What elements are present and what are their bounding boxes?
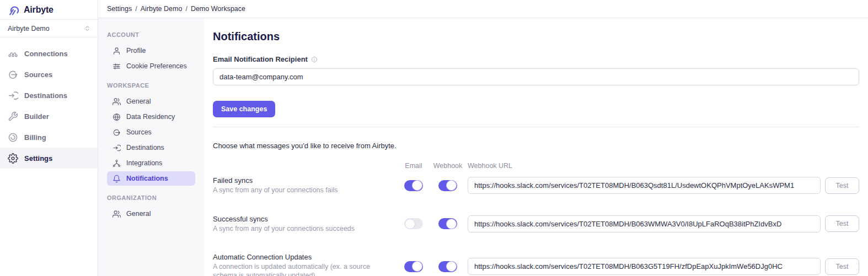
section-divider — [213, 127, 859, 127]
notification-name: Failed syncs — [213, 176, 395, 185]
toggle-knob — [405, 219, 415, 229]
settings-nav-item-profile[interactable]: Profile — [107, 44, 195, 58]
test-webhook-button[interactable]: Test — [825, 215, 859, 232]
settings-nav-item-general[interactable]: General — [107, 94, 195, 109]
webhook-toggle[interactable] — [438, 261, 457, 272]
main-sidebar: Airbyte Airbyte Demo Connections Sources… — [0, 0, 98, 276]
workspace-selector[interactable]: Airbyte Demo — [0, 20, 98, 37]
notifications-description: Choose what messages you'd like to recei… — [213, 142, 859, 150]
settings-nav-label: General — [126, 210, 151, 218]
email-toggle[interactable] — [404, 218, 423, 229]
sources-icon — [112, 128, 121, 137]
test-webhook-button[interactable]: Test — [825, 177, 859, 194]
settings-nav-label: Sources — [126, 128, 152, 136]
gear-icon — [8, 153, 18, 164]
settings-nav-label: Destinations — [126, 144, 164, 151]
settings-nav-label: General — [126, 98, 151, 105]
toggle-knob — [446, 219, 457, 229]
users-icon — [112, 98, 121, 106]
notification-name: Successful syncs — [213, 215, 395, 223]
webhook-column-header: Webhook — [432, 162, 463, 170]
bell-icon — [112, 175, 121, 183]
breadcrumb-current[interactable]: Demo Workspace — [191, 5, 245, 13]
notification-row-successful-syncs: Successful syncs A sync from any of your… — [213, 215, 859, 234]
notifications-table-header: Email Webhook Webhook URL — [213, 162, 859, 170]
main-content: Notifications Email Notification Recipie… — [204, 18, 868, 276]
breadcrumb: Settings / Airbyte Demo / Demo Workspace — [107, 5, 245, 13]
connections-icon — [8, 48, 18, 59]
workspace-name: Airbyte Demo — [8, 25, 50, 33]
chevron-updown-icon — [84, 25, 91, 32]
webhook-url-input[interactable] — [468, 258, 821, 275]
settings-nav-section-organization: ORGANIZATION General — [107, 194, 195, 221]
builder-icon — [8, 111, 18, 122]
settings-nav-item-cookie-preferences[interactable]: Cookie Preferences — [107, 59, 195, 73]
billing-icon — [8, 132, 18, 143]
test-webhook-button[interactable]: Test — [825, 258, 859, 275]
webhook-toggle[interactable] — [438, 218, 457, 229]
webhook-toggle[interactable] — [438, 180, 457, 191]
settings-nav-item-notifications[interactable]: Notifications — [107, 171, 195, 186]
toggle-knob — [446, 180, 457, 191]
sidebar-item-label: Sources — [24, 71, 52, 79]
destinations-icon — [8, 90, 18, 101]
settings-nav-label: Notifications — [126, 175, 168, 182]
notification-row-automatic-connection-updates: Automatic Connection Updates A connectio… — [213, 253, 859, 276]
email-toggle[interactable] — [404, 180, 423, 191]
breadcrumb-settings[interactable]: Settings — [107, 5, 132, 13]
email-recipient-input[interactable] — [213, 68, 859, 85]
sidebar-item-billing[interactable]: Billing — [0, 127, 98, 148]
page-title: Notifications — [213, 30, 859, 43]
settings-nav-section-workspace: WORKSPACE General Data Residency Sources — [107, 82, 195, 186]
email-toggle[interactable] — [404, 261, 423, 272]
sidebar-item-label: Destinations — [24, 91, 67, 100]
sidebar-item-connections[interactable]: Connections — [0, 43, 98, 64]
destinations-icon — [112, 144, 121, 152]
brand-logo[interactable]: Airbyte — [0, 0, 98, 20]
topbar: Settings / Airbyte Demo / Demo Workspace — [98, 0, 868, 18]
settings-nav-label: Integrations — [126, 159, 162, 167]
user-icon — [112, 47, 121, 55]
settings-nav-label: Profile — [126, 47, 146, 55]
settings-nav-section-account: ACCOUNT Profile Cookie Preferences — [107, 31, 195, 73]
breadcrumb-workspace[interactable]: Airbyte Demo — [141, 5, 183, 13]
toggle-knob — [412, 180, 422, 191]
airbyte-logo-icon — [8, 4, 20, 16]
breadcrumb-separator: / — [185, 5, 187, 13]
sidebar-item-destinations[interactable]: Destinations — [0, 85, 98, 106]
sidebar-item-label: Billing — [24, 133, 46, 142]
sidebar-item-builder[interactable]: Builder — [0, 106, 98, 127]
sidebar-item-sources[interactable]: Sources — [0, 64, 98, 85]
sidebar-item-label: Builder — [24, 112, 49, 121]
save-changes-button[interactable]: Save changes — [213, 101, 275, 117]
info-icon[interactable] — [311, 56, 318, 63]
settings-nav-label: Cookie Preferences — [126, 62, 187, 70]
email-column-header: Email — [399, 162, 428, 170]
sliders-icon — [112, 62, 121, 71]
settings-nav-item-destinations[interactable]: Destinations — [107, 140, 195, 155]
settings-nav-item-data-residency[interactable]: Data Residency — [107, 110, 195, 124]
globe-icon — [112, 113, 121, 121]
notification-row-failed-syncs: Failed syncs A sync from any of your con… — [213, 176, 859, 195]
toggle-knob — [446, 261, 457, 272]
sidebar-item-label: Connections — [24, 50, 68, 58]
notification-description: A connection is updated automatically (e… — [213, 263, 395, 276]
main-nav: Connections Sources Destinations Builder… — [0, 37, 98, 169]
section-title: ACCOUNT — [107, 31, 195, 38]
settings-nav-item-integrations[interactable]: Integrations — [107, 156, 195, 170]
brand-name: Airbyte — [24, 5, 53, 15]
settings-nav-item-org-general[interactable]: General — [107, 207, 195, 221]
webhook-url-column-header: Webhook URL — [468, 162, 821, 170]
settings-nav: ACCOUNT Profile Cookie Preferences WORKS… — [98, 18, 204, 276]
integrations-icon — [112, 159, 121, 167]
webhook-url-input[interactable] — [468, 177, 821, 194]
sidebar-item-settings[interactable]: Settings — [0, 148, 98, 169]
notification-name: Automatic Connection Updates — [213, 253, 395, 261]
settings-nav-item-sources[interactable]: Sources — [107, 125, 195, 139]
breadcrumb-separator: / — [135, 5, 137, 13]
users-icon — [112, 210, 121, 218]
section-title: ORGANIZATION — [107, 194, 195, 201]
webhook-url-input[interactable] — [468, 215, 821, 232]
app-window: Airbyte Airbyte Demo Connections Sources… — [0, 0, 868, 276]
notification-description: A sync from any of your connections succ… — [213, 225, 395, 234]
